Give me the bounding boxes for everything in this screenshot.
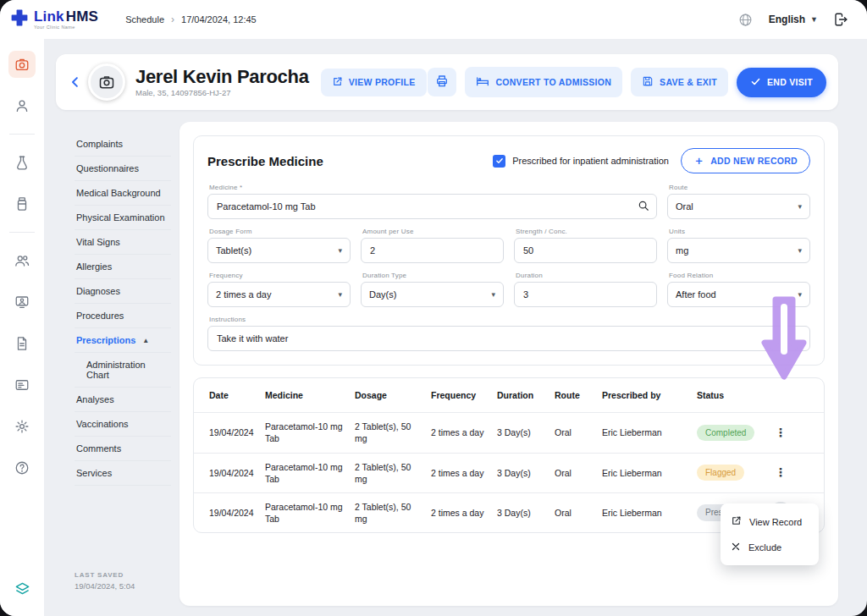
menu-item-label: Medical Background [76, 188, 161, 198]
row-actions-kebab-icon[interactable] [770, 462, 792, 484]
cell-medicine: Paracetamol-10 mg Tab [265, 454, 355, 492]
context-menu-exclude[interactable]: Exclude [721, 535, 819, 560]
menu-item-prescriptions[interactable]: Prescriptions ▲ [75, 328, 171, 353]
menu-item-questionnaires[interactable]: Questionnaires [75, 157, 171, 181]
topbar-right: English ▼ [735, 8, 852, 30]
visits-icon[interactable] [8, 51, 36, 78]
frequency-select[interactable]: 2 times a day [207, 282, 351, 307]
external-link-icon [332, 76, 343, 89]
cell-date: 19/04/2024 [194, 459, 265, 487]
prescribe-medicine-card: Prescribe Medicine Prescribed for inpati… [193, 135, 825, 366]
prescriptions-table-card: Date Medicine Dosage Frequency Duration … [193, 377, 825, 533]
menu-item-procedures[interactable]: Procedures [75, 304, 171, 328]
brand-logo[interactable]: LinkHMS Your Clinic Name [10, 8, 98, 30]
patient-identity: Jerel Kevin Parocha Male, 35, 14097856-H… [135, 67, 309, 97]
breadcrumb-section[interactable]: Schedule [125, 14, 164, 25]
cell-prescribed-by: Eric Lieberman [602, 419, 697, 446]
medicine-input[interactable] [207, 194, 657, 219]
logout-icon[interactable] [830, 8, 852, 30]
menu-item-physical-examination[interactable]: Physical Examination [75, 206, 171, 230]
patient-avatar[interactable] [88, 63, 125, 101]
units-select[interactable]: mg [667, 238, 810, 263]
menu-item-administration-chart[interactable]: Administration Chart [75, 353, 171, 388]
strength-input[interactable] [514, 238, 657, 263]
save-and-exit-label: SAVE & EXIT [660, 77, 717, 87]
body-row: Complaints Questionnaires Medical Backgr… [56, 122, 838, 606]
menu-item-vaccinations[interactable]: Vaccinations [75, 412, 171, 437]
row-context-menu: View Record Exclude [721, 503, 819, 565]
route-value: Oral [676, 201, 693, 212]
route-select[interactable]: Oral [667, 194, 810, 219]
dosage-form-value: Tablet(s) [216, 245, 251, 256]
prescription-form-grid: Medicine * Route Oral [207, 184, 810, 351]
medicine-label: Medicine * [209, 184, 657, 191]
language-selector[interactable]: English ▼ [769, 14, 818, 25]
menu-item-complaints[interactable]: Complaints [75, 132, 171, 157]
food-relation-select[interactable]: After food [667, 282, 810, 307]
dosage-form-select[interactable]: Tablet(s) [207, 238, 351, 263]
rail-divider [9, 134, 35, 135]
col-header-route: Route [555, 378, 602, 412]
cell-duration: 3 Day(s) [497, 459, 555, 487]
instructions-input[interactable] [207, 326, 810, 351]
menu-item-comments[interactable]: Comments [75, 437, 171, 461]
menu-item-label: Analyses [76, 394, 114, 404]
search-icon[interactable] [638, 200, 649, 215]
menu-item-vital-signs[interactable]: Vital Signs [75, 230, 171, 255]
external-link-icon [731, 515, 742, 528]
chevron-down-icon: ▼ [810, 15, 818, 24]
duration-input[interactable] [514, 282, 657, 307]
instructions-label: Instructions [209, 316, 810, 323]
menu-item-services[interactable]: Services [75, 461, 171, 486]
back-chevron-icon[interactable] [64, 71, 86, 93]
printer-icon [435, 74, 449, 90]
documents-icon[interactable] [8, 330, 36, 357]
view-profile-label: VIEW PROFILE [349, 77, 416, 87]
print-button[interactable] [428, 68, 456, 96]
end-visit-button[interactable]: END VISIT [737, 68, 826, 97]
layers-icon[interactable] [8, 575, 36, 602]
help-icon[interactable] [8, 454, 36, 481]
patient-header-card: Jerel Kevin Parocha Male, 35, 14097856-H… [56, 54, 838, 110]
top-bar: LinkHMS Your Clinic Name Schedule › 17/0… [0, 0, 867, 39]
inpatient-checkbox-label: Prescribed for inpatient administration [512, 156, 669, 166]
end-visit-label: END VISIT [767, 77, 813, 87]
col-header-prescribed-by: Prescribed by [602, 378, 697, 412]
duration-type-select[interactable]: Day(s) [361, 282, 504, 307]
patient-icon[interactable] [8, 92, 36, 119]
cell-dosage: 2 Tablet(s), 50 mg [355, 454, 431, 492]
menu-item-label: Prescriptions [76, 335, 135, 345]
medications-icon[interactable] [8, 190, 36, 217]
inpatient-checkbox[interactable] [493, 155, 505, 168]
brand-suffix: HMS [66, 8, 98, 25]
form-header-right: Prescribed for inpatient administration … [493, 148, 810, 173]
duration-type-field: Duration Type Day(s) [361, 272, 504, 307]
context-menu-view-record[interactable]: View Record [721, 509, 819, 535]
cell-route: Oral [555, 499, 602, 526]
table-row: 19/04/2024 Paracetamol-10 mg Tab 2 Table… [194, 412, 824, 452]
icon-rail [0, 39, 44, 616]
cell-prescribed-by: Eric Lieberman [602, 499, 697, 526]
menu-item-label: Procedures [76, 311, 124, 321]
menu-item-medical-background[interactable]: Medical Background [75, 181, 171, 206]
telehealth-icon[interactable] [8, 289, 36, 316]
patients-group-icon[interactable] [8, 247, 36, 274]
view-profile-button[interactable]: VIEW PROFILE [321, 69, 427, 96]
inpatient-checkbox-row[interactable]: Prescribed for inpatient administration [493, 155, 669, 168]
row-actions-kebab-icon[interactable] [770, 421, 792, 443]
menu-item-allergies[interactable]: Allergies [75, 255, 171, 279]
lab-flask-icon[interactable] [8, 149, 36, 176]
status-badge: Flagged [697, 465, 744, 481]
menu-item-analyses[interactable]: Analyses [75, 388, 171, 412]
save-and-exit-button[interactable]: SAVE & EXIT [631, 68, 728, 96]
col-header-date: Date [194, 378, 265, 412]
brand-cross-icon [10, 8, 29, 30]
settings-gear-icon[interactable] [8, 413, 36, 440]
menu-item-diagnoses[interactable]: Diagnoses [75, 279, 171, 304]
amount-per-use-input[interactable] [361, 238, 504, 263]
convert-to-admission-button[interactable]: CONVERT TO ADMISSION [465, 67, 622, 97]
add-new-record-button[interactable]: ＋ ADD NEW RECORD [681, 148, 810, 173]
menu-item-label: Administration Chart [86, 360, 169, 380]
billing-card-icon[interactable] [8, 371, 36, 399]
app-window: LinkHMS Your Clinic Name Schedule › 17/0… [0, 0, 867, 616]
